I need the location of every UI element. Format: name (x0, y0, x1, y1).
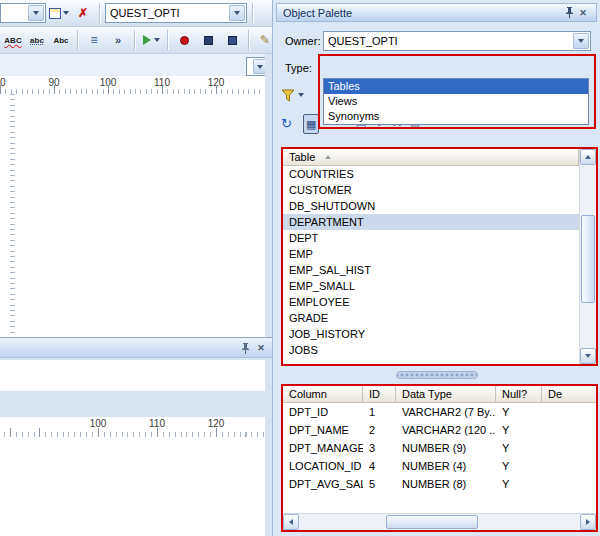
table-list-rows: COUNTRIES CUSTOMER DB_SHUTDOWN DEPARTMEN… (283, 166, 579, 364)
spell-initcap-button[interactable]: Abc (50, 29, 72, 51)
dropdown-option-synonyms[interactable]: Synonyms (324, 109, 588, 124)
table-row[interactable]: DPT_AVG_SAL... 5 NUMBER (8) Y (283, 475, 596, 493)
object-palette-panel: Object Palette ✕ Owner: QUEST_OPTI Type:… (272, 0, 600, 536)
list-item[interactable]: EMPLOYEE (283, 294, 579, 310)
arrow-up-icon (585, 155, 591, 159)
new-object-button[interactable] (48, 2, 70, 24)
chevron-down-icon (33, 11, 39, 15)
filter-button[interactable] (281, 85, 304, 105)
table-row[interactable]: DPT_MANAGER 3 NUMBER (9) Y (283, 439, 596, 457)
pin-icon (241, 343, 250, 354)
delete-button[interactable]: ✗ (72, 2, 94, 24)
indent-icon: ≡ (90, 33, 97, 47)
main-toolbar: ✗ QUEST_OPTI (0, 0, 272, 27)
schema-combo-dropdown-button[interactable] (229, 5, 245, 21)
table-row[interactable]: LOCATION_ID 4 NUMBER (4) Y (283, 457, 596, 475)
list-item[interactable]: EMP (283, 246, 579, 262)
record-button[interactable] (173, 29, 195, 51)
ruler-ticks (0, 428, 265, 437)
chevron-down-icon (257, 65, 263, 69)
table-row[interactable]: DPT_ID 1 VARCHAR2 (7 By... Y (283, 403, 596, 421)
spell-uppercase-button[interactable]: ABC (2, 29, 24, 51)
pane-splitter[interactable] (265, 54, 272, 536)
refresh-button[interactable]: ↻ (281, 113, 292, 133)
chevron-down-icon (63, 11, 69, 15)
spell-lowercase-label: abc (30, 36, 44, 45)
horizontal-splitter-grip[interactable] (396, 371, 478, 379)
list-item[interactable]: JOBS (283, 342, 579, 358)
columns-grid-header: Column ID Data Type Null? De (283, 386, 596, 403)
pin-button[interactable] (562, 6, 576, 20)
owner-combo-dropdown-button[interactable] (573, 33, 589, 49)
column-header[interactable]: Null? (496, 386, 542, 403)
palette-title: Object Palette (283, 7, 562, 19)
stop-icon (204, 36, 213, 45)
run-button[interactable] (140, 29, 162, 51)
grid-view-icon: ▦ (306, 118, 316, 131)
design-canvas-top[interactable] (15, 94, 265, 337)
column-header[interactable]: Data Type (396, 386, 496, 403)
style-combo[interactable] (0, 3, 46, 23)
dropdown-option-views[interactable]: Views (324, 94, 588, 109)
table-list-header[interactable]: Table (283, 149, 579, 166)
horizontal-scrollbar[interactable] (283, 513, 596, 530)
column-header[interactable]: Column (283, 386, 363, 403)
cell-null: Y (496, 421, 542, 439)
toolbar-separator (99, 3, 100, 23)
table-row[interactable]: DPT_NAME 2 VARCHAR2 (120 ... Y (283, 421, 596, 439)
close-button[interactable]: ✕ (576, 6, 590, 20)
column-header[interactable]: De (542, 386, 596, 403)
list-item[interactable]: COUNTRIES (283, 166, 579, 182)
schema-combo[interactable]: QUEST_OPTI (105, 3, 247, 23)
scrollbar-thumb[interactable] (386, 515, 478, 529)
scroll-right-button[interactable] (580, 514, 596, 530)
indent-button[interactable]: ≡ (83, 29, 105, 51)
palette-titlebar: Object Palette ✕ (276, 3, 597, 22)
list-item[interactable]: EMP_SAL_HIST (283, 262, 579, 278)
scroll-up-button[interactable] (580, 149, 596, 165)
list-item[interactable]: EMP_SMALL (283, 278, 579, 294)
list-item[interactable]: CUSTOMER (283, 182, 579, 198)
list-item[interactable]: DB_SHUTDOWN (283, 198, 579, 214)
scroll-left-button[interactable] (283, 514, 299, 530)
table-list-box: Table COUNTRIES CUSTOMER DB_SHUTDOWN DEP… (281, 147, 598, 366)
chevron-down-icon (298, 93, 304, 97)
cell-column: DPT_ID (283, 403, 363, 421)
design-canvas-bottom[interactable] (0, 437, 265, 536)
stop-button[interactable] (197, 29, 219, 51)
horizontal-ruler-top: 80 90 100 110 120 (0, 76, 265, 94)
scroll-down-button[interactable] (580, 348, 596, 364)
spell-lowercase-button[interactable]: abc (26, 29, 48, 51)
owner-label: Owner: (285, 35, 320, 47)
list-item-selected[interactable]: DEPARTMENT (283, 214, 579, 230)
horizontal-ruler-bottom: 100 110 120 (0, 417, 265, 437)
owner-combo[interactable]: QUEST_OPTI (323, 31, 591, 51)
grid-view-button[interactable]: ▦ (303, 114, 319, 134)
dropdown-option-tables[interactable]: Tables (324, 79, 588, 94)
list-item[interactable]: JOB_HISTORY (283, 326, 579, 342)
cell-null: Y (496, 457, 542, 475)
cell-data-type: VARCHAR2 (120 ... (396, 421, 496, 439)
play-icon (143, 35, 151, 45)
pin-icon (565, 7, 574, 18)
pause-button[interactable] (221, 29, 243, 51)
scrollbar-thumb[interactable] (581, 215, 595, 303)
toolbar-separator (252, 3, 253, 23)
new-object-icon (49, 8, 61, 19)
cell-column: DPT_MANAGER (283, 439, 363, 457)
chevron-down-icon (154, 38, 160, 42)
list-item[interactable]: DEPT (283, 230, 579, 246)
column-header[interactable]: ID (363, 386, 396, 403)
close-button[interactable]: ✕ (254, 341, 268, 355)
list-item[interactable]: GRADE (283, 310, 579, 326)
style-combo-dropdown-button[interactable] (28, 5, 44, 21)
spell-initcap-label: Abc (53, 36, 68, 45)
owner-combo-value: QUEST_OPTI (324, 32, 590, 47)
toolbar-overflow-button[interactable]: » (107, 29, 129, 51)
pin-button[interactable] (238, 341, 252, 355)
lower-panel-toolbar-area (0, 360, 265, 391)
toolbar-separator (77, 30, 78, 50)
lower-panel-titlebar: ✕ (0, 337, 272, 358)
vertical-scrollbar[interactable] (579, 149, 596, 364)
edit-toolbar: ABC abc Abc ≡ » ✎ (0, 27, 272, 54)
